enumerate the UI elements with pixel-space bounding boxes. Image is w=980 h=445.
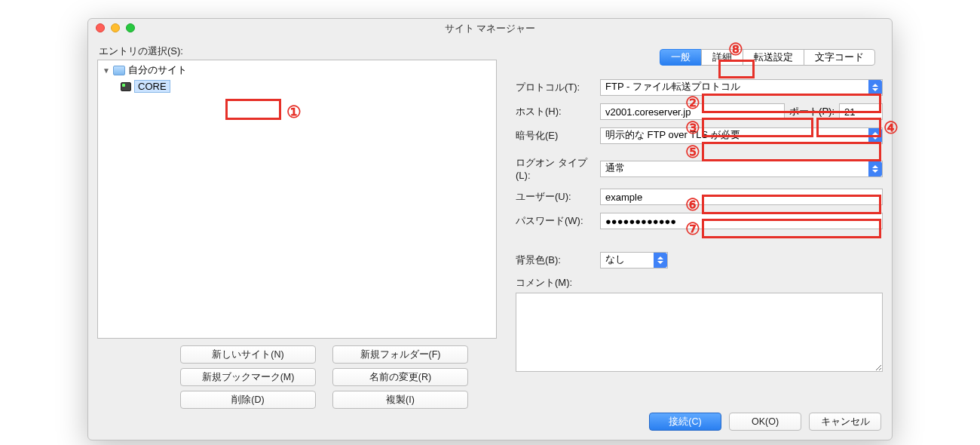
callout-num-8: ⑧ [728, 40, 743, 60]
chevron-updown-icon [654, 253, 667, 268]
chevron-updown-icon [868, 128, 882, 143]
callout-num-6: ⑥ [685, 195, 700, 215]
new-bookmark-button[interactable]: 新規ブックマーク(M) [180, 368, 316, 386]
chevron-updown-icon [868, 161, 882, 176]
titlebar: サイト マネージャー [88, 19, 892, 37]
host-label: ホスト(H): [516, 105, 600, 118]
site-name-editor[interactable]: CORE [134, 80, 170, 93]
tab-transfer[interactable]: 転送設定 [743, 49, 804, 66]
callout-num-7: ⑦ [685, 219, 700, 239]
encryption-value: 明示的な FTP over TLS が必要 [605, 129, 740, 140]
cancel-button[interactable]: キャンセル [809, 413, 881, 431]
tree-root-label: 自分のサイト [128, 63, 187, 77]
callout-num-1: ① [286, 103, 302, 122]
comment-label: コメント(M): [516, 276, 600, 290]
delete-button[interactable]: 削除(D) [180, 391, 316, 409]
folder-icon [113, 66, 125, 75]
rename-button[interactable]: 名前の変更(R) [332, 368, 468, 386]
comment-textarea[interactable] [516, 293, 883, 372]
bgcolor-value: なし [605, 253, 625, 265]
connect-button[interactable]: 接続(C) [649, 413, 721, 431]
protocol-value: FTP - ファイル転送プロトコル [605, 81, 740, 92]
logontype-value: 通常 [605, 162, 625, 173]
server-icon [121, 82, 131, 91]
tab-general[interactable]: 一般 [660, 49, 702, 66]
duplicate-button[interactable]: 複製(I) [332, 391, 468, 409]
window-title: サイト マネージャー [88, 22, 892, 35]
new-site-button[interactable]: 新しいサイト(N) [180, 345, 316, 364]
protocol-select[interactable]: FTP - ファイル転送プロトコル [600, 79, 883, 96]
user-label: ユーザー(U): [516, 190, 600, 204]
ok-button[interactable]: OK(O) [729, 413, 801, 431]
password-label: パスワード(W): [516, 214, 600, 228]
chevron-updown-icon [868, 80, 882, 95]
user-input[interactable] [600, 189, 883, 205]
tree-root[interactable]: ▼ 自分のサイト [98, 62, 496, 78]
tab-charset[interactable]: 文字コード [804, 49, 875, 66]
callout-num-4: ④ [884, 118, 899, 138]
callout-num-5: ⑤ [685, 143, 700, 162]
port-input[interactable] [839, 103, 883, 120]
callout-num-2: ② [685, 94, 700, 113]
encryption-label: 暗号化(E) [516, 129, 600, 143]
new-folder-button[interactable]: 新規フォルダー(F) [332, 345, 468, 364]
bgcolor-label: 背景色(B): [516, 253, 600, 267]
tab-bar: 一般 詳細 転送設定 文字コード [516, 49, 875, 66]
password-input[interactable] [600, 213, 883, 229]
bgcolor-select[interactable]: なし [600, 252, 668, 269]
logontype-select[interactable]: 通常 [600, 161, 883, 177]
protocol-label: プロトコル(T): [516, 81, 600, 94]
chevron-down-icon[interactable]: ▼ [103, 66, 110, 75]
tree-site-item[interactable]: CORE [98, 78, 496, 94]
callout-num-3: ③ [685, 118, 700, 138]
encryption-select[interactable]: 明示的な FTP over TLS が必要 [600, 127, 883, 144]
logontype-label: ログオン タイプ(L): [516, 156, 600, 181]
site-manager-window: サイト マネージャー エントリの選択(S): ▼ 自分のサイト CORE 新しい… [87, 18, 893, 440]
site-tree[interactable]: ▼ 自分のサイト CORE [97, 60, 497, 339]
port-label: ポート(P): [789, 105, 835, 118]
